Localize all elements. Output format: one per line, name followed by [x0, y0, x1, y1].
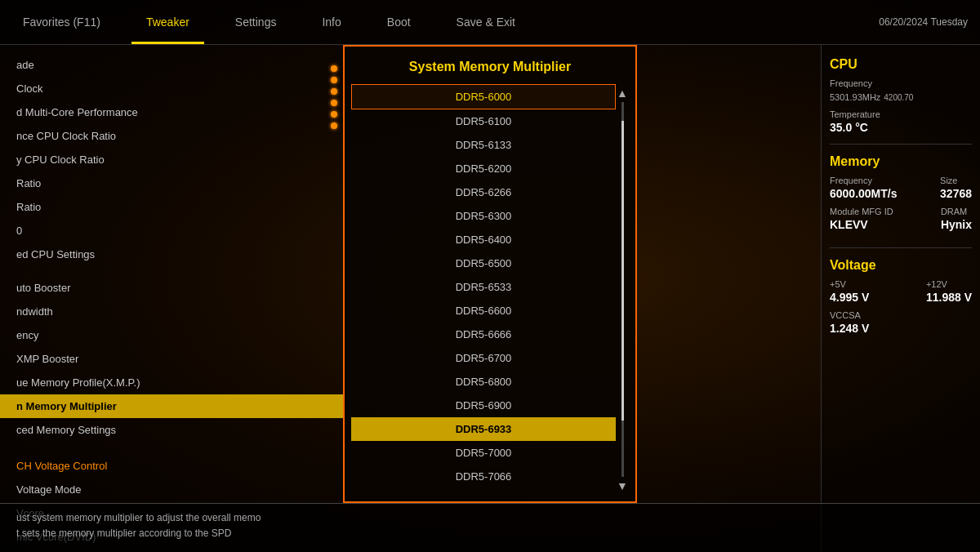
memory-frequency-value: 6000.00MT/s	[830, 187, 898, 200]
dropdown-item-5[interactable]: DDR5-6300	[351, 204, 616, 228]
orange-dot-6	[331, 122, 337, 129]
sidebar-item-voltage-control[interactable]: CH Voltage Control	[0, 452, 343, 478]
sidebar-item-auto-booster[interactable]: uto Booster	[0, 276, 343, 300]
v12-value: 11.988 V	[926, 291, 972, 304]
dropdown-item-1[interactable]: DDR5-6100	[351, 109, 616, 133]
orange-indicators	[331, 65, 337, 129]
sidebar-item-clock[interactable]: Clock	[0, 77, 343, 100]
voltage-section-title: Voltage	[830, 258, 972, 273]
sidebar-item-bandwidth[interactable]: ndwidth	[0, 300, 343, 323]
sidebar-item-zero[interactable]: 0	[0, 219, 343, 243]
cpu-frequency-value: 5301.93MHz 4200.70	[830, 90, 972, 103]
bottom-description-line1: ust system memory multiplier to adjust t…	[16, 510, 964, 526]
scroll-up-arrow[interactable]: ▲	[617, 87, 628, 99]
scrollbar[interactable]: ▲ ▼	[616, 84, 629, 495]
cpu-temperature-value: 35.0 °C	[830, 121, 972, 134]
dropdown-list-container: DDR5-6000DDR5-6100DDR5-6133DDR5-6200DDR5…	[351, 84, 629, 495]
scroll-track	[621, 102, 624, 477]
sidebar-item-xmp-booster[interactable]: XMP Booster	[0, 347, 343, 371]
orange-dot-1	[331, 65, 337, 72]
dropdown-item-2[interactable]: DDR5-6133	[351, 133, 616, 157]
panel-divider-2	[830, 247, 972, 248]
cpu-frequency-label: Frequency	[830, 78, 972, 88]
dropdown-item-14[interactable]: DDR5-6933	[351, 417, 616, 441]
dropdown-item-3[interactable]: DDR5-6200	[351, 157, 616, 180]
sidebar-item-memory-settings[interactable]: ced Memory Settings	[0, 418, 343, 442]
bottom-description-line2: t sets the memory multiplier according t…	[16, 526, 964, 541]
right-panel: CPU Frequency 5301.93MHz 4200.70 Tempera…	[821, 45, 980, 552]
dropdown-item-0[interactable]: DDR5-6000	[351, 84, 616, 109]
dropdown-item-16[interactable]: DDR5-7066	[351, 465, 616, 488]
sidebar-item-ratio2[interactable]: Ratio	[0, 195, 343, 219]
dropdown-item-13[interactable]: DDR5-6900	[351, 394, 616, 417]
scroll-down-arrow[interactable]: ▼	[617, 480, 628, 492]
nav-settings[interactable]: Settings	[212, 0, 300, 44]
dropdown-box: System Memory Multiplier DDR5-6000DDR5-6…	[343, 45, 637, 503]
vccsa-label: VCCSA	[830, 310, 972, 320]
sidebar-item-latency[interactable]: ency	[0, 323, 343, 347]
sidebar-item-cpu-clock-ratio2[interactable]: y CPU Clock Ratio	[0, 148, 343, 171]
dropdown-title: System Memory Multiplier	[351, 53, 629, 84]
sidebar-item-ade[interactable]: ade	[0, 53, 343, 77]
nav-favorites[interactable]: Favorites (F11)	[0, 0, 123, 44]
dropdown-list[interactable]: DDR5-6000DDR5-6100DDR5-6133DDR5-6200DDR5…	[351, 84, 616, 495]
memory-frequency-label: Frequency	[830, 176, 898, 185]
v5-label: +5V	[830, 279, 869, 289]
sidebar-item-ratio1[interactable]: Ratio	[0, 171, 343, 195]
dropdown-modal: System Memory Multiplier DDR5-6000DDR5-6…	[343, 45, 637, 503]
cpu-section-title: CPU	[830, 57, 972, 72]
v12-label: +12V	[926, 279, 972, 289]
dropdown-item-9[interactable]: DDR5-6600	[351, 299, 616, 323]
nav-boot[interactable]: Boot	[364, 0, 434, 44]
dram-label: DRAM	[941, 207, 972, 216]
dropdown-item-11[interactable]: DDR5-6700	[351, 346, 616, 370]
top-navigation: Favorites (F11) Tweaker Settings Info Bo…	[0, 0, 980, 45]
sidebar-item-cpu-clock-ratio1[interactable]: nce CPU Clock Ratio	[0, 124, 343, 148]
orange-dot-4	[331, 100, 337, 106]
dropdown-item-17[interactable]: DDR5-7100	[351, 488, 616, 495]
dropdown-item-7[interactable]: DDR5-6500	[351, 252, 616, 275]
memory-size-label: Size	[940, 176, 972, 185]
dropdown-item-4[interactable]: DDR5-6266	[351, 180, 616, 204]
nav-save-exit[interactable]: Save & Exit	[434, 0, 538, 44]
bottom-bar: ust system memory multiplier to adjust t…	[0, 503, 980, 552]
orange-dot-3	[331, 88, 337, 95]
dropdown-item-8[interactable]: DDR5-6533	[351, 275, 616, 299]
orange-dot-5	[331, 111, 337, 118]
sidebar-item-memory-multiplier[interactable]: n Memory Multiplier	[0, 394, 343, 418]
sidebar-item-multi-core[interactable]: d Multi-Core Performance	[0, 100, 343, 124]
module-mfg-label: Module MFG ID	[830, 207, 893, 216]
dropdown-item-6[interactable]: DDR5-6400	[351, 228, 616, 252]
scroll-thumb	[621, 121, 624, 421]
v5-value: 4.995 V	[830, 291, 869, 304]
dram-value: Hynix	[941, 218, 972, 231]
sidebar-item-cpu-settings[interactable]: ed CPU Settings	[0, 243, 343, 266]
nav-tweaker[interactable]: Tweaker	[123, 0, 212, 44]
left-sidebar: ade Clock d Multi-Core Performance nce C…	[0, 45, 343, 552]
sidebar-item-voltage-mode[interactable]: Voltage Mode	[0, 478, 343, 501]
memory-section-title: Memory	[830, 154, 972, 169]
sidebar-item-xmp-profile[interactable]: ue Memory Profile(X.M.P.)	[0, 371, 343, 394]
nav-info[interactable]: Info	[299, 0, 363, 44]
dropdown-item-12[interactable]: DDR5-6800	[351, 370, 616, 394]
nav-date: 06/20/2024 Tuesday	[879, 16, 980, 28]
vccsa-value: 1.248 V	[830, 322, 972, 335]
memory-size-value: 32768	[940, 187, 972, 200]
cpu-temperature-label: Temperature	[830, 109, 972, 119]
panel-divider-1	[830, 144, 972, 145]
module-mfg-value: KLEVV	[830, 218, 893, 231]
dropdown-item-10[interactable]: DDR5-6666	[351, 323, 616, 346]
orange-dot-2	[331, 77, 337, 83]
dropdown-item-15[interactable]: DDR5-7000	[351, 441, 616, 465]
